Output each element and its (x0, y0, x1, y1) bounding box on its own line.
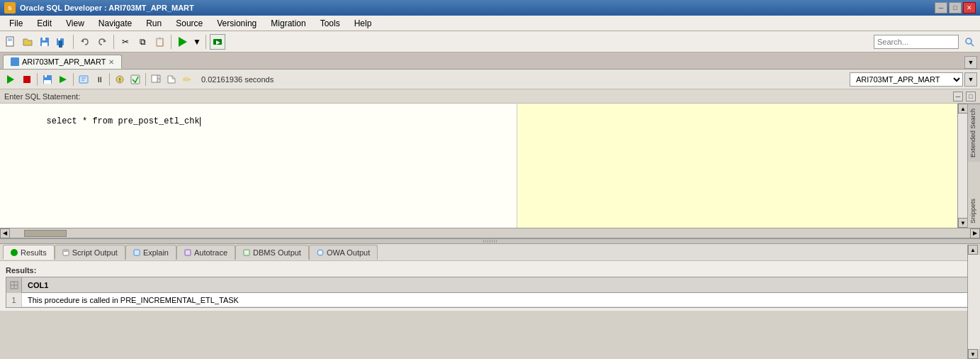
results-tab-autotrace[interactable]: Autotrace (176, 245, 235, 260)
ed-btn4[interactable] (128, 72, 142, 87)
svg-text:S: S (8, 5, 12, 11)
svg-line-16 (971, 43, 974, 46)
tab-close-button[interactable]: ✕ (108, 58, 114, 66)
scroll-right-button[interactable]: ▶ (970, 228, 980, 238)
ed-btn7[interactable]: ✏ (180, 72, 194, 87)
connection-select[interactable]: ARI703MT_APR_MART (850, 72, 963, 87)
sql-maximize-btn[interactable]: □ (966, 92, 976, 101)
tab-bar: ARI703MT_APR_MART ✕ ▼ (0, 53, 980, 70)
run-button[interactable] (175, 34, 191, 50)
save-all-button[interactable] (54, 34, 69, 50)
sql-label-text: Enter SQL Statement: (4, 92, 80, 101)
results-tab-dbms[interactable]: DBMS Output (235, 245, 309, 260)
ed-script-button[interactable] (56, 72, 70, 87)
cut-button[interactable]: ✂ (118, 34, 133, 50)
ed-sep4 (145, 73, 146, 86)
results-tab-owa[interactable]: OWA Output (309, 245, 378, 260)
autotrace-tab-label: Autotrace (194, 248, 227, 257)
table-header-icon (10, 281, 18, 289)
svg-rect-30 (134, 250, 140, 255)
open-button[interactable] (20, 34, 35, 50)
search-go-button[interactable] (962, 34, 977, 50)
ed-btn3[interactable]: ! (113, 72, 127, 87)
paste-button[interactable]: 📋 (152, 34, 167, 50)
connection-dropdown-button[interactable]: ▼ (964, 72, 977, 87)
editor-vscrollbar[interactable]: ▲ ▼ (957, 104, 967, 228)
close-button[interactable]: ✕ (963, 2, 976, 13)
editor-toolbar: ⏸ ! ✏ 0.02161936 seconds ARI703MT_APR_MA… (0, 70, 980, 89)
sql-minimize-btn[interactable]: ─ (953, 92, 963, 101)
table-header: COL1 (6, 277, 974, 293)
sql-content[interactable]: select * from pre_post_etl_chk (0, 104, 517, 139)
ed-btn6[interactable] (164, 72, 179, 87)
editor-left-pane[interactable]: select * from pre_post_etl_chk (0, 104, 517, 228)
ed-btn1[interactable] (77, 72, 91, 87)
menu-tools[interactable]: Tools (314, 16, 347, 31)
editor-hscrollbar[interactable]: ◀ ▶ (0, 228, 980, 238)
tab-list-button[interactable]: ▼ (964, 56, 977, 69)
menu-file[interactable]: File (3, 16, 29, 31)
undo-button[interactable] (77, 34, 93, 50)
results-scroll-up[interactable]: ▲ (968, 245, 978, 255)
toolbar-search-input[interactable] (874, 35, 959, 49)
minimize-button[interactable]: ─ (935, 2, 947, 13)
svg-rect-9 (58, 38, 60, 40)
new-button[interactable] (3, 34, 18, 50)
row-num-cell: 1 (6, 293, 22, 307)
scroll-thumb[interactable] (24, 230, 67, 237)
redo-button[interactable] (94, 34, 110, 50)
sql-text-content: select * from pre_post_etl_chk (47, 116, 200, 126)
results-tab-explain[interactable]: Explain (125, 245, 176, 260)
menu-navigate[interactable]: Navigate (92, 16, 138, 31)
menu-migration[interactable]: Migration (264, 16, 312, 31)
results-scroll-track[interactable] (968, 255, 980, 349)
cursor (200, 117, 201, 126)
dbms-tab-label: DBMS Output (253, 248, 301, 257)
scroll-track[interactable] (958, 114, 967, 218)
editor-tab-0[interactable]: ARI703MT_APR_MART ✕ (3, 55, 122, 69)
save-button[interactable] (37, 34, 52, 50)
script-output-icon (62, 249, 69, 256)
scroll-left-button[interactable]: ◀ (0, 228, 10, 238)
ed-stop-button[interactable] (20, 72, 34, 87)
run-dropdown-button[interactable]: ▼ (192, 34, 202, 50)
results-table: COL1 1 This procedure is called in PRE_I… (6, 277, 974, 308)
scroll-up-button[interactable]: ▲ (958, 104, 968, 114)
app-title: Oracle SQL Developer : ARI703MT_APR_MART (20, 4, 194, 12)
commit-button[interactable]: ▶ (210, 34, 225, 50)
run-triangle-icon (7, 75, 14, 84)
dbms-icon (243, 249, 250, 256)
results-tab-script[interactable]: Script Output (55, 245, 125, 260)
menu-source[interactable]: Source (169, 16, 209, 31)
results-content: Results: COL1 1 This procedure is called… (0, 261, 980, 311)
resize-handle[interactable] (0, 238, 980, 244)
menu-view[interactable]: View (60, 16, 91, 31)
table-row: 1 This procedure is called in PRE_INCREM… (6, 293, 974, 307)
menu-edit[interactable]: Edit (30, 16, 58, 31)
results-label: Results: (0, 264, 980, 277)
window-controls[interactable]: ─ □ ✕ (935, 2, 976, 13)
results-scroll-down[interactable]: ▼ (968, 349, 978, 359)
svg-rect-26 (152, 75, 157, 82)
ed-save-button[interactable] (40, 72, 55, 87)
sql-label-controls: ─ □ (953, 92, 976, 101)
snippets-panel[interactable]: Snippets (968, 194, 980, 228)
copy-button[interactable]: ⧉ (135, 34, 150, 50)
extended-search-panel[interactable]: Extended Search (968, 104, 980, 162)
tab-icon (11, 57, 19, 66)
explain-icon (133, 249, 140, 256)
menu-help[interactable]: Help (348, 16, 378, 31)
menu-versioning[interactable]: Versioning (210, 16, 263, 31)
menu-run[interactable]: Run (140, 16, 168, 31)
results-tab-results[interactable]: Results (3, 245, 55, 260)
svg-point-33 (317, 250, 323, 255)
svg-text:!: ! (119, 77, 121, 83)
results-scrollbar[interactable]: ▲ ▼ (967, 245, 980, 359)
ed-btn5[interactable] (149, 72, 163, 87)
scroll-down-button[interactable]: ▼ (958, 218, 968, 228)
sep1 (73, 35, 74, 49)
ed-run-button[interactable] (3, 72, 18, 87)
ed-btn2[interactable]: ⏸ (92, 72, 106, 87)
maximize-button[interactable]: □ (949, 2, 962, 13)
explain-tab-label: Explain (143, 248, 169, 257)
